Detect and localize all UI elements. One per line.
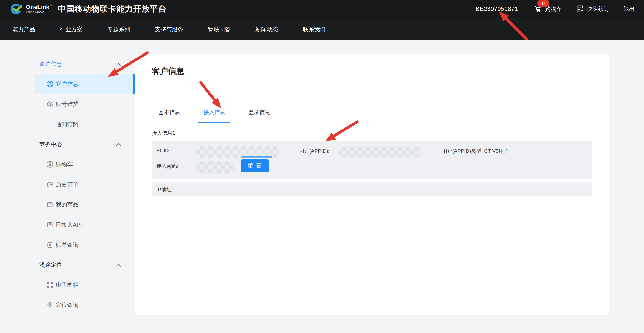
sidebar-item-order-history[interactable]: 历史订单 (35, 175, 135, 195)
reset-button[interactable]: 重 置 (241, 159, 269, 172)
sidebar-item-customer-info[interactable]: 客户信息 (35, 74, 135, 94)
sidebar-item-label: 定位查询 (56, 301, 78, 309)
cart-badge: 0 (537, 0, 549, 7)
api-key-icon (46, 221, 53, 228)
appid-type-value: CT V5用户 (484, 148, 509, 154)
user-circle-icon (46, 81, 53, 88)
account-id[interactable]: BE2307951871 (475, 5, 518, 12)
sidebar-item-label: 客户信息 (56, 80, 78, 88)
main-panel: 客户信息 基本信息 接入信息 登录信息 接入信息1 ECID: 用户(APPID… (135, 54, 609, 315)
chevron-up-icon (116, 63, 121, 68)
sidebar-item-geofence[interactable]: 电子围栏 (35, 275, 135, 295)
bag-icon (46, 201, 53, 208)
sidebar-section-location[interactable]: 漫途定位 (35, 255, 135, 275)
nav-item-qa[interactable]: 物联问答 (208, 26, 231, 33)
sidebar-item-bill-query[interactable]: 账单查询 (35, 235, 135, 255)
sidebar: 账户信息 客户信息 账号维护 通知订阅 商务中心 (35, 54, 135, 315)
quick-renew-label: 快速续订 (587, 5, 609, 13)
sidebar-item-connected-api[interactable]: 已接入API (35, 215, 135, 235)
brand-trademark: ™ (50, 4, 53, 7)
appid-label: 用户(APPID): (299, 148, 330, 155)
nav-item-news[interactable]: 新闻动态 (255, 26, 278, 33)
user-circle-icon (46, 161, 53, 168)
chevron-up-icon (116, 264, 121, 269)
nav-item-series[interactable]: 专题系列 (107, 26, 130, 33)
brand-name: OneLink (26, 4, 50, 10)
page-title: 客户信息 (152, 66, 184, 77)
sidebar-section-business[interactable]: 商务中心 (35, 134, 135, 154)
password-label: 接入密码: (156, 163, 178, 170)
sidebar-item-my-products[interactable]: 我的商品 (35, 195, 135, 215)
ip-info-panel: IP地址: (152, 182, 592, 196)
tab-login-info[interactable]: 登录信息 (248, 107, 270, 122)
quick-renew-button[interactable]: 快速续订 (575, 4, 609, 14)
tab-bar: 基本信息 接入信息 登录信息 (152, 107, 592, 122)
sidebar-item-label: 通知订阅 (56, 120, 78, 128)
cart-button[interactable]: 0 购物车 (533, 4, 562, 14)
ip-label: IP地址: (156, 186, 173, 193)
history-icon (46, 181, 53, 188)
redacted-blue-strip (241, 156, 272, 158)
appid-type-label: 用户(APPID)类型: (442, 148, 483, 154)
sidebar-section-label: 漫途定位 (39, 261, 62, 269)
sidebar-item-label: 购物车 (56, 161, 73, 168)
nav-item-contact[interactable]: 联系我们 (303, 26, 326, 33)
sidebar-item-label: 已接入API (56, 221, 82, 228)
tab-access-info[interactable]: 接入信息 (203, 107, 225, 122)
sidebar-item-cart[interactable]: 购物车 (35, 154, 135, 175)
topbar-right: BE2307951871 0 购物车 快速续订 退出 (475, 4, 635, 14)
location-pin-icon (46, 301, 53, 308)
sidebar-item-label: 我的商品 (56, 201, 78, 208)
nav-item-industry[interactable]: 行业方案 (60, 26, 83, 33)
password-value-redacted (196, 161, 235, 173)
nav-item-support[interactable]: 支持与服务 (155, 26, 183, 33)
access-info-panel: ECID: 用户(APPID): 用户(APPID)类型: CT V5用户 接入… (152, 141, 592, 179)
section-label-access-info-1: 接入信息1 (152, 130, 175, 137)
chevron-up-icon (116, 143, 121, 148)
onelink-logo-icon (10, 2, 23, 15)
topbar: OneLink™ China Mobile 中国移动物联卡能力开放平台 BE23… (0, 0, 644, 18)
tab-basic-info[interactable]: 基本信息 (159, 107, 180, 122)
sidebar-item-account-maintenance[interactable]: 账号维护 (35, 94, 135, 114)
fence-icon (46, 282, 53, 289)
sidebar-item-notification-subscription[interactable]: 通知订阅 (35, 114, 135, 134)
sidebar-section-account[interactable]: 账户信息 (35, 54, 135, 74)
appid-value-redacted (338, 147, 420, 157)
quick-renew-icon (575, 4, 585, 14)
logout-button[interactable]: 退出 (624, 5, 635, 13)
sidebar-item-label: 账号维护 (56, 100, 78, 108)
sidebar-item-location-query[interactable]: 定位查询 (35, 295, 135, 315)
sidebar-item-label: 账单查询 (56, 241, 78, 249)
sidebar-section-label: 账户信息 (39, 60, 62, 68)
main-navbar: 能力产品 行业方案 专题系列 支持与服务 物联问答 新闻动态 联系我们 (0, 18, 644, 40)
appid-type-group: 用户(APPID)类型: CT V5用户 (442, 148, 509, 155)
brand-block: OneLink™ China Mobile (26, 4, 53, 14)
bill-icon (46, 241, 53, 248)
gear-icon (46, 100, 53, 107)
brand-subtitle: China Mobile (26, 11, 53, 14)
sidebar-item-label: 历史订单 (56, 181, 78, 188)
platform-title: 中国移动物联卡能力开放平台 (58, 4, 167, 15)
ecid-label: ECID: (156, 148, 170, 154)
onelink-logo[interactable]: OneLink™ China Mobile (10, 2, 53, 15)
sidebar-item-label: 电子围栏 (56, 281, 78, 289)
sidebar-section-label: 商务中心 (39, 141, 62, 148)
nav-item-products[interactable]: 能力产品 (12, 26, 35, 33)
